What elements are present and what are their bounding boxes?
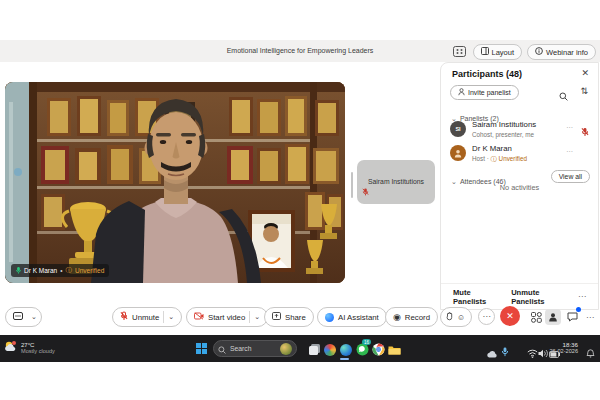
notification-bell-icon[interactable]: [586, 344, 599, 357]
search-icon: [218, 340, 226, 358]
weather-desc: Mostly cloudy: [21, 348, 55, 354]
reactions-button[interactable]: ☺: [440, 307, 472, 327]
start-video-label: Start video: [208, 313, 245, 322]
start-video-button[interactable]: Start video ⌄: [186, 307, 268, 327]
more-panels-icon[interactable]: ⋯: [582, 309, 598, 325]
invite-panelist-button[interactable]: Invite panelist: [450, 85, 519, 100]
camera-off-icon: [194, 312, 204, 322]
layout-button[interactable]: Layout: [473, 44, 523, 60]
record-label: Record: [405, 313, 430, 322]
info-icon: [535, 47, 543, 57]
weather-icon: [4, 339, 17, 357]
nametag-separator: •: [60, 267, 62, 274]
chat-panel-toggle[interactable]: [564, 309, 580, 325]
close-icon: ✕: [506, 311, 514, 321]
no-activities-text: No activities: [441, 183, 598, 192]
view-all-button[interactable]: View all: [551, 170, 590, 183]
participants-title: Participants (48): [452, 69, 522, 79]
grid-view-icon[interactable]: [453, 43, 466, 61]
video-scene: [5, 82, 345, 283]
chrome-icon[interactable]: [372, 342, 385, 355]
filmstrip-scrollbar[interactable]: [351, 172, 353, 198]
captions-button[interactable]: ⌄: [5, 307, 42, 327]
taskbar-search[interactable]: Search: [213, 340, 297, 357]
divider: [163, 311, 164, 323]
mic-muted-icon: [120, 311, 128, 323]
weather-widget[interactable]: 27°C Mostly cloudy: [4, 339, 55, 357]
row-more-icon[interactable]: ⋯: [566, 124, 573, 132]
video-nametag: Dr K Maran • ⓘ Unverified: [11, 264, 109, 277]
mic-muted-icon: [362, 182, 369, 200]
sort-icon[interactable]: ⇅: [580, 86, 588, 96]
clock-date: 26-02-2026: [549, 348, 578, 354]
nametag-name: Dr K Maran: [24, 267, 57, 274]
leave-meeting-button[interactable]: ✕: [500, 306, 520, 326]
chat-notification-dot: [576, 307, 581, 312]
unverified-info-icon: ⓘ: [491, 155, 497, 162]
captions-icon: [13, 312, 23, 322]
panel-footer: Mute Panelists Unmute Panelists ⋯: [441, 283, 598, 309]
search-placeholder: Search: [230, 345, 252, 352]
nametag-verification: Unverified: [75, 267, 104, 274]
smiley-icon: ☺: [457, 313, 465, 322]
file-explorer-icon[interactable]: [388, 342, 401, 355]
row-more-icon[interactable]: ⋯: [566, 148, 573, 156]
close-panel-icon[interactable]: ✕: [581, 68, 589, 78]
unmute-button[interactable]: Unmute ⌄: [112, 307, 182, 327]
chevron-down-icon[interactable]: ⌄: [168, 313, 174, 321]
participant-row-maran[interactable]: Dr K Maran Host · ⓘ Unverified ⋯: [450, 143, 591, 165]
ai-assistant-button[interactable]: AI Assistant: [317, 307, 387, 327]
record-icon: ◉: [393, 312, 401, 322]
mic-on-icon: [16, 267, 21, 275]
edge-icon[interactable]: [340, 342, 353, 355]
tray-mic-icon[interactable]: [501, 343, 514, 356]
participant-subtitle: Host · ⓘ Unverified: [472, 155, 527, 164]
screen: Emotional Intelligence for Empowering Le…: [0, 0, 600, 400]
invite-panelist-label: Invite panelist: [468, 89, 511, 96]
divider: [249, 311, 250, 323]
unmute-panelists-button[interactable]: Unmute Panelists: [511, 288, 564, 306]
apps-panel-icon[interactable]: [528, 309, 544, 325]
participant-subtitle: Cohost, presenter, me: [472, 131, 534, 138]
person-add-icon: [458, 88, 465, 97]
more-icon: ⋯: [483, 312, 491, 321]
raise-hand-icon: [446, 312, 453, 323]
main-video-tile[interactable]: Dr K Maran • ⓘ Unverified: [5, 82, 345, 283]
thumbnail-video-tile[interactable]: Sairam Institutions: [357, 160, 435, 204]
copilot-icon[interactable]: [324, 342, 337, 355]
layout-label: Layout: [492, 48, 515, 57]
participants-panel: Participants (48) ✕ Invite panelist ⇅ ⌄P…: [440, 62, 599, 310]
search-highlight-image: [280, 343, 292, 355]
share-button[interactable]: Share: [264, 307, 314, 327]
webinar-info-label: Webinar info: [546, 48, 588, 57]
taskbar-clock[interactable]: 18:36 26-02-2026: [549, 341, 578, 354]
avatar: [450, 145, 466, 161]
ai-assistant-label: AI Assistant: [338, 313, 379, 322]
task-view-icon[interactable]: [308, 342, 321, 355]
share-label: Share: [285, 313, 306, 322]
start-button[interactable]: [196, 343, 207, 354]
onedrive-icon[interactable]: [486, 344, 499, 357]
participants-panel-toggle[interactable]: [545, 309, 561, 325]
whatsapp-badge: 16: [362, 339, 371, 345]
webex-titlebar: Emotional Intelligence for Empowering Le…: [0, 40, 600, 62]
chevron-down-icon[interactable]: ⌄: [31, 313, 37, 321]
footer-more-icon[interactable]: ⋯: [578, 292, 586, 301]
clock-time: 18:36: [549, 341, 578, 348]
mute-panelists-button[interactable]: Mute Panelists: [453, 288, 497, 306]
webinar-info-button[interactable]: Webinar info: [527, 44, 596, 60]
participant-name: Sairam Institutions: [472, 120, 536, 129]
search-icon[interactable]: [559, 87, 568, 105]
windows-taskbar: 27°C Mostly cloudy Search 16: [0, 335, 600, 362]
more-options-button[interactable]: ⋯: [478, 308, 495, 325]
nametag-info-icon: ⓘ: [66, 266, 73, 275]
whatsapp-icon[interactable]: 16: [356, 342, 369, 355]
participant-name: Dr K Maran: [472, 144, 512, 153]
layout-icon: [481, 47, 489, 57]
mic-muted-icon: [581, 123, 589, 141]
share-screen-icon: [272, 312, 281, 322]
participant-row-sairam[interactable]: SI Sairam Institutions Cohost, presenter…: [450, 119, 591, 141]
record-button[interactable]: ◉ Record: [385, 307, 438, 327]
unmute-label: Unmute: [132, 313, 159, 322]
chevron-down-icon[interactable]: ⌄: [254, 313, 260, 321]
